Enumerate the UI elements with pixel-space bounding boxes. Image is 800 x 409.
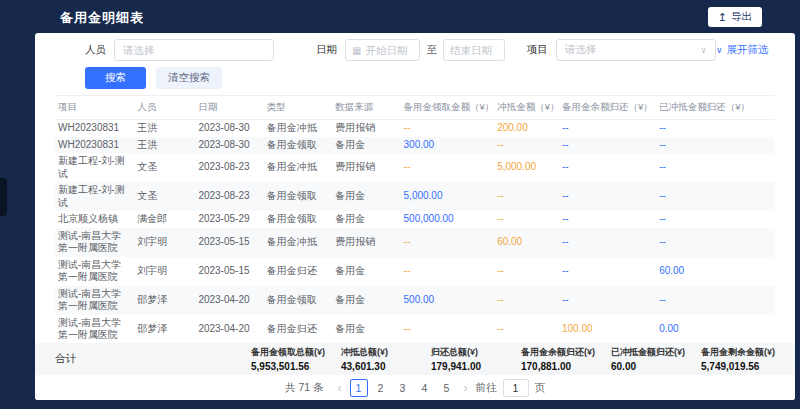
amount-cell: --: [559, 182, 656, 211]
goto-page-prefix: 前往: [476, 381, 497, 395]
table-row: 北京顺义杨镇满金郎2023-05-29备用金领取备用金500,000.00---…: [55, 211, 775, 228]
summary-item-label: 已冲抵金额归还(¥): [611, 346, 685, 359]
amount-cell: --: [559, 228, 656, 257]
source-cell: 费用报销: [332, 120, 400, 137]
date-cell: 2023-05-15: [195, 228, 263, 257]
column-header: 日期: [195, 96, 263, 120]
search-button[interactable]: 搜索: [85, 67, 146, 89]
page-button[interactable]: 3: [394, 379, 412, 397]
page-buttons: 12345: [350, 379, 456, 397]
source-cell: 备用金: [332, 286, 400, 315]
type-cell: 备用金归还: [264, 257, 332, 286]
next-page-button[interactable]: ›: [462, 381, 470, 395]
summary-item-label: 冲抵总额(¥): [341, 346, 415, 359]
project-cell: 测试-南昌大学第一附属医院: [55, 257, 134, 286]
prev-page-button[interactable]: ‹: [336, 381, 344, 395]
top-header-bar: 备用金明细表 ↥ 导出: [0, 0, 800, 33]
expand-filter-link[interactable]: ∨ 展开筛选: [716, 43, 769, 57]
amount-cell: --: [494, 257, 559, 286]
page-button[interactable]: 2: [372, 379, 390, 397]
date-filter-label: 日期: [316, 43, 337, 57]
summary-item-value: 170,881.00: [521, 361, 595, 372]
amount-cell: 0.00: [656, 315, 775, 344]
person-cell: 王洪: [134, 120, 195, 137]
content-panel: 人员 日期 ▦ 至 项目 请选择 ∨ ∨ 展开筛选 搜索: [35, 33, 795, 400]
amount-cell: --: [401, 228, 495, 257]
export-button[interactable]: ↥ 导出: [708, 7, 762, 27]
person-cell: 满金郎: [134, 211, 195, 228]
date-cell: 2023-08-30: [195, 137, 263, 154]
table-row: 测试-南昌大学第一附属医院刘宇明2023-05-15备用金冲抵费用报销--60.…: [55, 228, 775, 257]
page-title: 备用金明细表: [60, 9, 144, 27]
person-select-input[interactable]: [114, 39, 274, 61]
type-cell: 备用金领取: [264, 286, 332, 315]
type-cell: 备用金领取: [264, 211, 332, 228]
drawer-handle[interactable]: [0, 178, 7, 216]
amount-cell: --: [656, 211, 775, 228]
person-cell: 文圣: [134, 153, 195, 182]
summary-item-value: 179,941.00: [431, 361, 505, 372]
amount-cell: --: [494, 182, 559, 211]
table-row: 测试-南昌大学第一附属医院邵梦泽2023-04-20备用金归还备用金----10…: [55, 315, 775, 344]
amount-cell: --: [494, 211, 559, 228]
project-filter-label: 项目: [527, 43, 548, 57]
amount-cell: --: [559, 120, 656, 137]
summary-item: 备用金剩余金额(¥)5,749,019.56: [701, 346, 775, 372]
expand-filter-label: 展开筛选: [727, 43, 769, 57]
column-header: 备用金余额归还（¥）: [559, 96, 656, 120]
type-cell: 备用金归还: [264, 315, 332, 344]
amount-cell: --: [559, 137, 656, 154]
source-cell: 费用报销: [332, 153, 400, 182]
clear-search-button[interactable]: 清空搜索: [156, 67, 222, 89]
date-cell: 2023-05-15: [195, 257, 263, 286]
start-date-input[interactable]: [365, 44, 413, 56]
date-to-label: 至: [426, 43, 437, 57]
project-select[interactable]: 请选择 ∨: [556, 39, 716, 61]
summary-item-value: 43,601.30: [341, 361, 415, 372]
project-cell: 北京顺义杨镇: [55, 211, 134, 228]
project-cell: WH20230831: [55, 120, 134, 137]
source-cell: 备用金: [332, 182, 400, 211]
amount-cell: --: [559, 286, 656, 315]
amount-cell: --: [656, 182, 775, 211]
amount-cell: --: [494, 137, 559, 154]
end-date-input[interactable]: [450, 44, 498, 56]
column-header: 数据来源: [332, 96, 400, 120]
date-filter: 日期 ▦ 至: [316, 39, 505, 61]
date-cell: 2023-08-23: [195, 153, 263, 182]
person-filter: 人员: [85, 39, 274, 61]
amount-cell: --: [401, 257, 495, 286]
chevron-down-icon: ∨: [716, 45, 723, 55]
table-header-row: 项目人员日期类型数据来源备用金领取金额（¥）冲抵金额（¥）备用金余额归还（¥）已…: [55, 96, 775, 120]
amount-cell: --: [559, 153, 656, 182]
amount-cell: --: [656, 120, 775, 137]
action-bar: 搜索 清空搜索: [35, 61, 795, 93]
amount-cell: --: [401, 315, 495, 344]
person-cell: 文圣: [134, 182, 195, 211]
summary-item-label: 归还总额(¥): [431, 346, 505, 359]
calendar-icon: ▦: [352, 45, 361, 56]
goto-page-input[interactable]: [503, 379, 529, 397]
summary-item: 已冲抵金额归还(¥)60.00: [611, 346, 685, 372]
petty-cash-table: 项目人员日期类型数据来源备用金领取金额（¥）冲抵金额（¥）备用金余额归还（¥）已…: [55, 95, 775, 343]
summary-item-label: 备用金余额归还(¥): [521, 346, 595, 359]
date-cell: 2023-08-30: [195, 120, 263, 137]
export-button-label: 导出: [731, 10, 752, 24]
summary-item: 冲抵总额(¥)43,601.30: [341, 346, 415, 372]
total-label: 合计: [55, 352, 76, 366]
page-button[interactable]: 5: [438, 379, 456, 397]
page-button[interactable]: 1: [350, 379, 368, 397]
amount-cell: 500.00: [401, 286, 495, 315]
start-date-picker[interactable]: ▦: [345, 39, 420, 61]
page-button[interactable]: 4: [416, 379, 434, 397]
amount-cell: 500,000.00: [401, 211, 495, 228]
date-cell: 2023-04-20: [195, 315, 263, 344]
summary-item-label: 备用金领取总额(¥): [251, 346, 325, 359]
column-header: 人员: [134, 96, 195, 120]
export-icon: ↥: [718, 12, 727, 23]
amount-cell: --: [656, 153, 775, 182]
amount-cell: --: [656, 286, 775, 315]
end-date-picker[interactable]: [443, 39, 505, 61]
amount-cell: --: [401, 120, 495, 137]
type-cell: 备用金冲抵: [264, 120, 332, 137]
